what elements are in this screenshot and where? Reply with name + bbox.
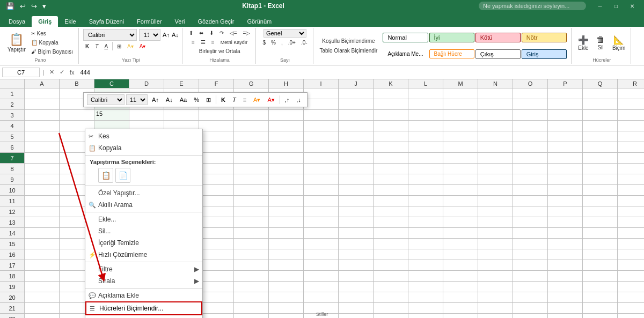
cell-Q11[interactable] <box>583 196 618 206</box>
cell-F19[interactable] <box>199 282 234 292</box>
mini-italic-btn[interactable]: T <box>230 95 239 104</box>
ctx-aciklama-ekle[interactable]: 💬 Açıklama Ekle <box>85 290 202 301</box>
row-header-21[interactable]: 21 <box>0 303 24 314</box>
cell-O15[interactable] <box>513 239 548 249</box>
cell-K20[interactable] <box>374 292 408 303</box>
cell-I17[interactable] <box>304 260 339 271</box>
cell-I5[interactable] <box>304 131 339 142</box>
style-notr[interactable]: Nötr <box>522 33 567 42</box>
cell-F3[interactable] <box>199 110 234 121</box>
cell-N17[interactable] <box>478 260 513 271</box>
col-header-C[interactable]: C <box>94 79 129 88</box>
cancel-formula-icon[interactable]: ✕ <box>48 69 56 76</box>
comma-button[interactable]: , <box>279 39 285 47</box>
mini-style-btn[interactable]: Aa <box>177 95 189 104</box>
customize-quick-btn[interactable]: ▾ <box>41 2 48 11</box>
cell-G17[interactable] <box>234 260 269 271</box>
cell-G3[interactable] <box>234 110 269 121</box>
cell-A17[interactable] <box>25 260 60 271</box>
row-header-15[interactable]: 15 <box>0 239 24 249</box>
cell-H16[interactable] <box>269 249 304 260</box>
cell-C3[interactable]: 15 <box>94 110 129 121</box>
row-header-3[interactable]: 3 <box>0 110 24 121</box>
text-direction-button[interactable]: ↷ <box>217 29 226 37</box>
cell-M3[interactable] <box>443 110 478 121</box>
cell-K8[interactable] <box>374 164 408 174</box>
cell-H10[interactable] <box>269 185 304 196</box>
cell-F12[interactable] <box>199 206 234 217</box>
cell-P21[interactable] <box>548 303 583 314</box>
paste-button[interactable]: 📋 Yapıştır <box>5 32 28 54</box>
cell-L10[interactable] <box>408 185 443 196</box>
cell-K16[interactable] <box>374 249 408 260</box>
ctx-sil[interactable]: Sil... <box>85 225 202 237</box>
redo-quick-btn[interactable]: ↪ <box>30 2 39 11</box>
cell-M14[interactable] <box>443 228 478 239</box>
cell-H5[interactable] <box>269 131 304 142</box>
cell-Q17[interactable] <box>583 260 618 271</box>
paste-icon-1[interactable]: 📋 <box>98 168 113 183</box>
cell-Q18[interactable] <box>583 271 618 282</box>
cell-G8[interactable] <box>234 164 269 174</box>
cell-P18[interactable] <box>548 271 583 282</box>
col-header-D[interactable]: D <box>129 79 164 88</box>
col-header-I[interactable]: I <box>304 79 339 88</box>
cell-N22[interactable] <box>478 314 513 318</box>
cell-R8[interactable] <box>618 164 644 174</box>
cell-N6[interactable] <box>478 142 513 153</box>
cell-Q20[interactable] <box>583 292 618 303</box>
mini-font-color-btn[interactable]: A▾ <box>265 95 277 105</box>
cell-J1[interactable] <box>339 88 374 99</box>
cell-A12[interactable] <box>25 206 60 217</box>
tab-formuller[interactable]: Formüller <box>130 16 168 27</box>
cell-O10[interactable] <box>513 185 548 196</box>
cell-G7[interactable] <box>234 153 269 164</box>
cell-G19[interactable] <box>234 282 269 292</box>
mini-percent-btn[interactable]: % <box>191 95 202 104</box>
cell-M21[interactable] <box>443 303 478 314</box>
ctx-kopyala[interactable]: 📋 Kopyala <box>85 142 202 154</box>
row-header-22[interactable]: 22 <box>0 314 24 318</box>
undo-quick-btn[interactable]: ↩ <box>18 2 27 11</box>
cell-M9[interactable] <box>443 174 478 185</box>
col-header-E[interactable]: E <box>164 79 199 88</box>
cell-O17[interactable] <box>513 260 548 271</box>
cell-N11[interactable] <box>478 196 513 206</box>
cell-O9[interactable] <box>513 174 548 185</box>
cell-M20[interactable] <box>443 292 478 303</box>
maximize-button[interactable]: □ <box>609 1 624 11</box>
paste-icon-2[interactable]: 📄 <box>115 168 130 183</box>
cell-L8[interactable] <box>408 164 443 174</box>
increase-font-btn[interactable]: A↑ <box>163 32 170 38</box>
cell-G18[interactable] <box>234 271 269 282</box>
col-header-B[interactable]: B <box>60 79 94 88</box>
cell-F18[interactable] <box>199 271 234 282</box>
cell-N12[interactable] <box>478 206 513 217</box>
mini-bold-btn[interactable]: K <box>218 95 228 104</box>
cell-N18[interactable] <box>478 271 513 282</box>
cell-H15[interactable] <box>269 239 304 249</box>
cell-N9[interactable] <box>478 174 513 185</box>
cell-N19[interactable] <box>478 282 513 292</box>
cell-Q14[interactable] <box>583 228 618 239</box>
cell-I2[interactable] <box>304 99 339 110</box>
currency-button[interactable]: $ <box>260 39 268 47</box>
cell-J7[interactable] <box>339 153 374 164</box>
cell-A3[interactable] <box>25 110 60 121</box>
cell-N13[interactable] <box>478 217 513 228</box>
cell-Q13[interactable] <box>583 217 618 228</box>
bold-button[interactable]: K <box>83 42 91 50</box>
cell-N2[interactable] <box>478 99 513 110</box>
col-header-F[interactable]: F <box>199 79 234 88</box>
cell-J8[interactable] <box>339 164 374 174</box>
cell-H22[interactable] <box>269 314 304 318</box>
cell-P12[interactable] <box>548 206 583 217</box>
cell-R10[interactable] <box>618 185 644 196</box>
tab-gozden-gecir[interactable]: Gözden Geçir <box>192 16 241 27</box>
row-header-10[interactable]: 10 <box>0 185 24 196</box>
col-header-P[interactable]: P <box>548 79 583 88</box>
style-iyi[interactable]: İyi <box>429 33 474 42</box>
cell-P11[interactable] <box>548 196 583 206</box>
cell-F17[interactable] <box>199 260 234 271</box>
cell-A15[interactable] <box>25 239 60 249</box>
